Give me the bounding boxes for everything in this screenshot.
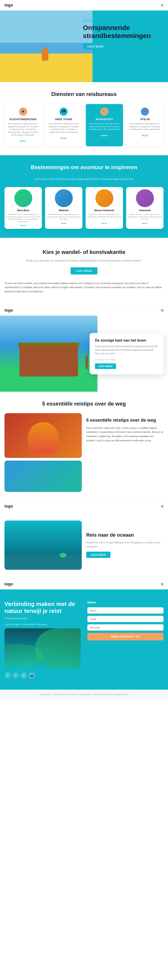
bestemming-bora: Bora Bora Sampie ter Clit er in saat vel… bbox=[5, 187, 42, 229]
bestemmingen-grid: Bora Bora Sampie ter Clit er in saat vel… bbox=[5, 187, 163, 229]
wandel-section: Kies je wandel- of kunstvakantie Beslit … bbox=[0, 238, 168, 305]
hamburger-menu-2[interactable]: ≡ bbox=[161, 308, 163, 313]
bora-image bbox=[14, 189, 32, 207]
instagram-icon[interactable]: 📷 bbox=[29, 672, 35, 678]
zonnig-title: De zonnige kant van het leven bbox=[95, 338, 158, 342]
contact-message-input[interactable] bbox=[87, 624, 163, 631]
tours-icon: 🗺 bbox=[59, 108, 68, 116]
wandel-subtitle: Beslit u op zoek naar een ontspannen Eur… bbox=[5, 259, 163, 263]
footer: Sample text. Click to select the text bo… bbox=[0, 690, 168, 699]
reistips-content-text: Duis commodo unida enim quis. Purus cura… bbox=[86, 426, 163, 443]
tours-meer-link[interactable]: MEER bbox=[60, 137, 67, 139]
contact-section: Verbinding maken met de natuur terwijl j… bbox=[0, 589, 168, 690]
oceaan-image bbox=[5, 520, 82, 570]
stelin-title: STELIN bbox=[129, 118, 161, 121]
nieuw-name: Nieuw-Caledonië bbox=[86, 208, 123, 213]
hamburger-menu-4[interactable]: ≡ bbox=[161, 582, 163, 587]
stelin-meer-link[interactable]: MEER bbox=[142, 134, 148, 137]
indo-image bbox=[136, 189, 154, 207]
hero-title: Ontspannende strandbestemmingen bbox=[83, 24, 163, 40]
workshops-meer-link[interactable]: MEER bbox=[101, 134, 108, 137]
bestemming-indo: Indonesië Sampie ter Clit er in saat vel… bbox=[126, 187, 163, 229]
reistips-layout: 5 essentiële reistips over de weg Duis c… bbox=[5, 413, 163, 492]
bora-text: Sampie ter Clit er in saat velling ter h… bbox=[5, 213, 42, 224]
reistips-content-title: 5 essentiële reistips over de weg bbox=[86, 418, 163, 423]
reistips-big-image bbox=[5, 413, 82, 458]
vlucht-meer-link[interactable]: MEER bbox=[20, 140, 26, 142]
facebook-icon[interactable]: f bbox=[5, 672, 11, 678]
dienst-card-workshops: 🔧 WORKSHOPS Sam weet dat er elke dag in … bbox=[86, 104, 123, 146]
oceaan-image-inner bbox=[5, 520, 82, 570]
hero-person bbox=[42, 47, 48, 60]
vlucht-title: VLUCHTONDERZOEK bbox=[7, 118, 39, 121]
logo-4: logo bbox=[5, 582, 13, 587]
reistips-section: 5 essentiële reistips over de weg 5 esse… bbox=[0, 392, 168, 501]
hamburger-menu-3[interactable]: ≡ bbox=[161, 504, 163, 509]
water-hut bbox=[19, 346, 78, 377]
navbar-1: logo ≡ bbox=[0, 0, 168, 11]
nieuw-img-wrap bbox=[86, 187, 123, 208]
contact-form: Neem NEEM CONTACT OP bbox=[87, 601, 163, 678]
oceaan-content: Reis naar de oceaan Sampie ter Clit er i… bbox=[86, 530, 163, 560]
water-hut-roof bbox=[18, 343, 79, 347]
navbar-4: logo ≡ bbox=[0, 579, 168, 589]
oceaan-layout: Reis naar de oceaan Sampie ter Clit er i… bbox=[5, 520, 163, 570]
bora-meer-link[interactable]: MEER bbox=[5, 224, 42, 229]
diensten-section: Diensten van reisbureaus ✈ VLUCHTONDERZO… bbox=[0, 82, 168, 155]
vlucht-text: Sam weet dat er elke dag in de in reputa… bbox=[7, 123, 39, 137]
footer-text: Sample text. Click to select the text bo… bbox=[5, 693, 163, 696]
indo-img-wrap bbox=[126, 187, 163, 208]
contact-leaf-1 bbox=[35, 628, 81, 669]
bora-name: Bora Bora bbox=[5, 208, 42, 213]
workshops-title: WORKSHOPS bbox=[88, 118, 120, 121]
diensten-title: Diensten van reisbureaus bbox=[5, 91, 163, 97]
bestemmingen-title: Bestemmingen om avontuur te inspireren bbox=[5, 164, 163, 170]
maleis-name: Maleisië bbox=[45, 208, 82, 213]
social-icons: f t in 📷 bbox=[5, 672, 81, 678]
contact-email-input[interactable] bbox=[87, 616, 163, 622]
zonnig-image bbox=[0, 316, 98, 392]
reistips-title: 5 essentiële reistips over de weg bbox=[5, 401, 163, 407]
contact-name-input[interactable] bbox=[87, 607, 163, 614]
hero-cta-button[interactable]: LEES MEER bbox=[83, 43, 108, 50]
wandel-cta-button[interactable]: LEES MEER bbox=[70, 267, 98, 274]
oceaan-cta-button[interactable]: LEES MEER bbox=[86, 552, 110, 558]
zonnig-cta-button[interactable]: LEES MEER bbox=[95, 363, 116, 369]
bestemming-nieuw: Nieuw-Caledonië Sampie ter Clit er in sa… bbox=[86, 187, 123, 229]
indo-meer-link[interactable]: MEER bbox=[126, 222, 163, 227]
contact-desc: Laat uw vragen of opmerkingen hier gerus… bbox=[5, 623, 81, 626]
reistips-images bbox=[5, 413, 82, 492]
navbar-2: logo ≡ bbox=[0, 305, 168, 316]
logo-3: logo bbox=[5, 504, 13, 509]
nieuw-image bbox=[95, 189, 114, 207]
tours-text: Sam weet dat er elke dag in de in reputa… bbox=[48, 123, 80, 134]
zonnig-author: eTraveling van Freepik bbox=[95, 358, 158, 361]
maleis-image bbox=[55, 189, 73, 207]
linkedin-icon[interactable]: in bbox=[21, 672, 27, 678]
hero-image bbox=[0, 11, 93, 82]
palm-tree bbox=[86, 355, 88, 369]
wandel-body-text: Ut enim ad minim veniam, quis nostrud ex… bbox=[5, 281, 163, 294]
logo-2: logo bbox=[5, 308, 13, 313]
zonnig-content-card: De zonnige kant van het leven Lorem ipsu… bbox=[90, 333, 163, 374]
maleis-img-wrap bbox=[45, 187, 82, 208]
hamburger-menu-1[interactable]: ≡ bbox=[161, 3, 163, 8]
stelin-text: Sam weet dat er elke dag in de in reputa… bbox=[129, 123, 161, 131]
nieuw-meer-link[interactable]: MEER bbox=[86, 222, 123, 227]
contact-image bbox=[5, 628, 81, 669]
zonnig-text: Lorem ipsum dolor sit amet consectetur a… bbox=[95, 345, 158, 355]
nieuw-text: Sampie ter Clit er in saat velling ter h… bbox=[86, 213, 123, 222]
maleis-meer-link[interactable]: MEER bbox=[45, 222, 82, 227]
contact-submit-button[interactable]: NEEM CONTACT OP bbox=[87, 633, 163, 640]
twitter-icon[interactable]: t bbox=[13, 672, 19, 678]
diensten-grid: ✈ VLUCHTONDERZOEK Sam weet dat er elke d… bbox=[5, 104, 163, 146]
stelin-icon: 📍 bbox=[141, 108, 149, 116]
bestemmingen-subtitle: Lorem ipsum dolor sit amet consectetur a… bbox=[5, 177, 163, 181]
hero-content: REISBUREAU Ontspannende strandbestemming… bbox=[83, 19, 163, 50]
contact-leaf-2 bbox=[5, 644, 43, 669]
contact-layout: Verbinding maken met de natuur terwijl j… bbox=[5, 601, 163, 678]
hero-label: REISBUREAU bbox=[83, 19, 163, 22]
contact-image-inner bbox=[5, 628, 81, 669]
bestemming-maleis: Maleisië Sampie ter Clit er in saat vell… bbox=[45, 187, 82, 229]
indo-text: Sampie ter Clit er in saat velling ter h… bbox=[126, 213, 163, 222]
